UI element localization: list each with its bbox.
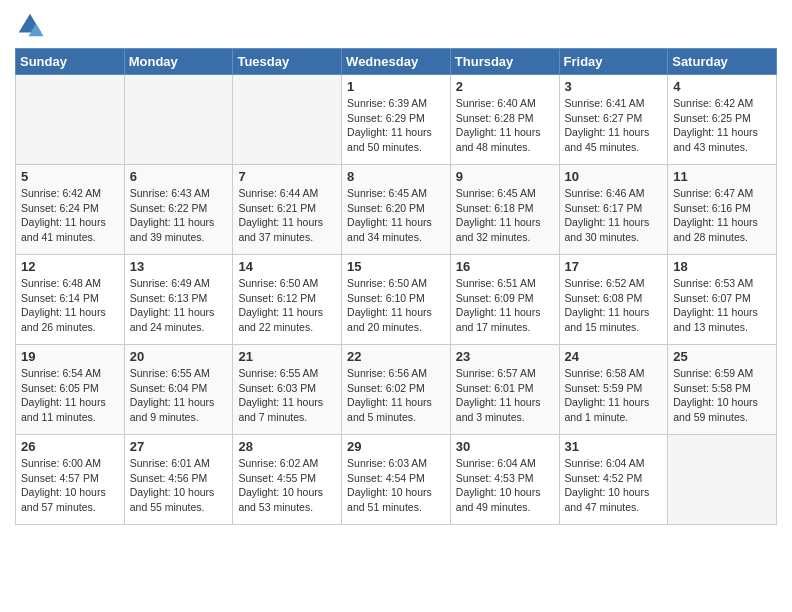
day-info: Sunrise: 6:57 AMSunset: 6:01 PMDaylight:… [456, 366, 554, 425]
calendar-day-cell [233, 75, 342, 165]
calendar-day-cell: 16Sunrise: 6:51 AMSunset: 6:09 PMDayligh… [450, 255, 559, 345]
day-number: 21 [238, 349, 336, 364]
calendar-day-cell: 27Sunrise: 6:01 AMSunset: 4:56 PMDayligh… [124, 435, 233, 525]
day-number: 15 [347, 259, 445, 274]
day-number: 4 [673, 79, 771, 94]
day-number: 6 [130, 169, 228, 184]
day-info: Sunrise: 6:04 AMSunset: 4:53 PMDaylight:… [456, 456, 554, 515]
day-of-week-header: Tuesday [233, 49, 342, 75]
logo [15, 10, 49, 40]
day-info: Sunrise: 6:54 AMSunset: 6:05 PMDaylight:… [21, 366, 119, 425]
calendar-day-cell: 24Sunrise: 6:58 AMSunset: 5:59 PMDayligh… [559, 345, 668, 435]
day-info: Sunrise: 6:56 AMSunset: 6:02 PMDaylight:… [347, 366, 445, 425]
calendar-day-cell: 29Sunrise: 6:03 AMSunset: 4:54 PMDayligh… [342, 435, 451, 525]
day-info: Sunrise: 6:48 AMSunset: 6:14 PMDaylight:… [21, 276, 119, 335]
day-of-week-header: Saturday [668, 49, 777, 75]
day-number: 24 [565, 349, 663, 364]
day-info: Sunrise: 6:49 AMSunset: 6:13 PMDaylight:… [130, 276, 228, 335]
calendar-day-cell: 30Sunrise: 6:04 AMSunset: 4:53 PMDayligh… [450, 435, 559, 525]
calendar-day-cell: 7Sunrise: 6:44 AMSunset: 6:21 PMDaylight… [233, 165, 342, 255]
calendar-day-cell: 13Sunrise: 6:49 AMSunset: 6:13 PMDayligh… [124, 255, 233, 345]
calendar-day-cell: 8Sunrise: 6:45 AMSunset: 6:20 PMDaylight… [342, 165, 451, 255]
day-info: Sunrise: 6:53 AMSunset: 6:07 PMDaylight:… [673, 276, 771, 335]
calendar-day-cell: 25Sunrise: 6:59 AMSunset: 5:58 PMDayligh… [668, 345, 777, 435]
day-number: 31 [565, 439, 663, 454]
day-info: Sunrise: 6:00 AMSunset: 4:57 PMDaylight:… [21, 456, 119, 515]
day-number: 29 [347, 439, 445, 454]
day-info: Sunrise: 6:02 AMSunset: 4:55 PMDaylight:… [238, 456, 336, 515]
calendar-day-cell: 4Sunrise: 6:42 AMSunset: 6:25 PMDaylight… [668, 75, 777, 165]
day-number: 14 [238, 259, 336, 274]
calendar-day-cell: 15Sunrise: 6:50 AMSunset: 6:10 PMDayligh… [342, 255, 451, 345]
day-of-week-header: Friday [559, 49, 668, 75]
calendar-container: SundayMondayTuesdayWednesdayThursdayFrid… [0, 0, 792, 535]
day-info: Sunrise: 6:03 AMSunset: 4:54 PMDaylight:… [347, 456, 445, 515]
calendar-week-row: 19Sunrise: 6:54 AMSunset: 6:05 PMDayligh… [16, 345, 777, 435]
day-number: 3 [565, 79, 663, 94]
day-info: Sunrise: 6:46 AMSunset: 6:17 PMDaylight:… [565, 186, 663, 245]
day-number: 20 [130, 349, 228, 364]
calendar-day-cell: 28Sunrise: 6:02 AMSunset: 4:55 PMDayligh… [233, 435, 342, 525]
calendar-day-cell [668, 435, 777, 525]
day-info: Sunrise: 6:04 AMSunset: 4:52 PMDaylight:… [565, 456, 663, 515]
day-number: 11 [673, 169, 771, 184]
day-number: 17 [565, 259, 663, 274]
calendar-header [15, 10, 777, 40]
day-number: 19 [21, 349, 119, 364]
day-number: 16 [456, 259, 554, 274]
day-number: 8 [347, 169, 445, 184]
day-number: 30 [456, 439, 554, 454]
calendar-day-cell: 6Sunrise: 6:43 AMSunset: 6:22 PMDaylight… [124, 165, 233, 255]
day-info: Sunrise: 6:47 AMSunset: 6:16 PMDaylight:… [673, 186, 771, 245]
calendar-week-row: 26Sunrise: 6:00 AMSunset: 4:57 PMDayligh… [16, 435, 777, 525]
calendar-day-cell: 1Sunrise: 6:39 AMSunset: 6:29 PMDaylight… [342, 75, 451, 165]
day-number: 5 [21, 169, 119, 184]
day-info: Sunrise: 6:55 AMSunset: 6:04 PMDaylight:… [130, 366, 228, 425]
calendar-body: 1Sunrise: 6:39 AMSunset: 6:29 PMDaylight… [16, 75, 777, 525]
calendar-day-cell: 5Sunrise: 6:42 AMSunset: 6:24 PMDaylight… [16, 165, 125, 255]
calendar-day-cell: 18Sunrise: 6:53 AMSunset: 6:07 PMDayligh… [668, 255, 777, 345]
day-number: 1 [347, 79, 445, 94]
day-of-week-header: Sunday [16, 49, 125, 75]
calendar-day-cell: 22Sunrise: 6:56 AMSunset: 6:02 PMDayligh… [342, 345, 451, 435]
calendar-day-cell: 17Sunrise: 6:52 AMSunset: 6:08 PMDayligh… [559, 255, 668, 345]
calendar-day-cell [124, 75, 233, 165]
day-info: Sunrise: 6:51 AMSunset: 6:09 PMDaylight:… [456, 276, 554, 335]
calendar-day-cell: 9Sunrise: 6:45 AMSunset: 6:18 PMDaylight… [450, 165, 559, 255]
day-number: 7 [238, 169, 336, 184]
calendar-day-cell: 2Sunrise: 6:40 AMSunset: 6:28 PMDaylight… [450, 75, 559, 165]
days-of-week-row: SundayMondayTuesdayWednesdayThursdayFrid… [16, 49, 777, 75]
day-number: 28 [238, 439, 336, 454]
calendar-day-cell: 3Sunrise: 6:41 AMSunset: 6:27 PMDaylight… [559, 75, 668, 165]
day-of-week-header: Wednesday [342, 49, 451, 75]
day-info: Sunrise: 6:39 AMSunset: 6:29 PMDaylight:… [347, 96, 445, 155]
calendar-week-row: 5Sunrise: 6:42 AMSunset: 6:24 PMDaylight… [16, 165, 777, 255]
day-info: Sunrise: 6:42 AMSunset: 6:24 PMDaylight:… [21, 186, 119, 245]
day-info: Sunrise: 6:42 AMSunset: 6:25 PMDaylight:… [673, 96, 771, 155]
calendar-day-cell: 12Sunrise: 6:48 AMSunset: 6:14 PMDayligh… [16, 255, 125, 345]
calendar-day-cell: 31Sunrise: 6:04 AMSunset: 4:52 PMDayligh… [559, 435, 668, 525]
day-number: 22 [347, 349, 445, 364]
day-number: 13 [130, 259, 228, 274]
day-number: 18 [673, 259, 771, 274]
day-info: Sunrise: 6:50 AMSunset: 6:12 PMDaylight:… [238, 276, 336, 335]
calendar-day-cell: 19Sunrise: 6:54 AMSunset: 6:05 PMDayligh… [16, 345, 125, 435]
day-info: Sunrise: 6:43 AMSunset: 6:22 PMDaylight:… [130, 186, 228, 245]
calendar-day-cell: 23Sunrise: 6:57 AMSunset: 6:01 PMDayligh… [450, 345, 559, 435]
calendar-day-cell: 26Sunrise: 6:00 AMSunset: 4:57 PMDayligh… [16, 435, 125, 525]
day-number: 2 [456, 79, 554, 94]
day-number: 9 [456, 169, 554, 184]
calendar-week-row: 12Sunrise: 6:48 AMSunset: 6:14 PMDayligh… [16, 255, 777, 345]
day-info: Sunrise: 6:40 AMSunset: 6:28 PMDaylight:… [456, 96, 554, 155]
logo-icon [15, 10, 45, 40]
day-number: 26 [21, 439, 119, 454]
calendar-day-cell [16, 75, 125, 165]
day-number: 12 [21, 259, 119, 274]
day-info: Sunrise: 6:44 AMSunset: 6:21 PMDaylight:… [238, 186, 336, 245]
calendar-day-cell: 14Sunrise: 6:50 AMSunset: 6:12 PMDayligh… [233, 255, 342, 345]
day-info: Sunrise: 6:01 AMSunset: 4:56 PMDaylight:… [130, 456, 228, 515]
calendar-header-row: SundayMondayTuesdayWednesdayThursdayFrid… [16, 49, 777, 75]
day-info: Sunrise: 6:55 AMSunset: 6:03 PMDaylight:… [238, 366, 336, 425]
calendar-day-cell: 21Sunrise: 6:55 AMSunset: 6:03 PMDayligh… [233, 345, 342, 435]
calendar-week-row: 1Sunrise: 6:39 AMSunset: 6:29 PMDaylight… [16, 75, 777, 165]
